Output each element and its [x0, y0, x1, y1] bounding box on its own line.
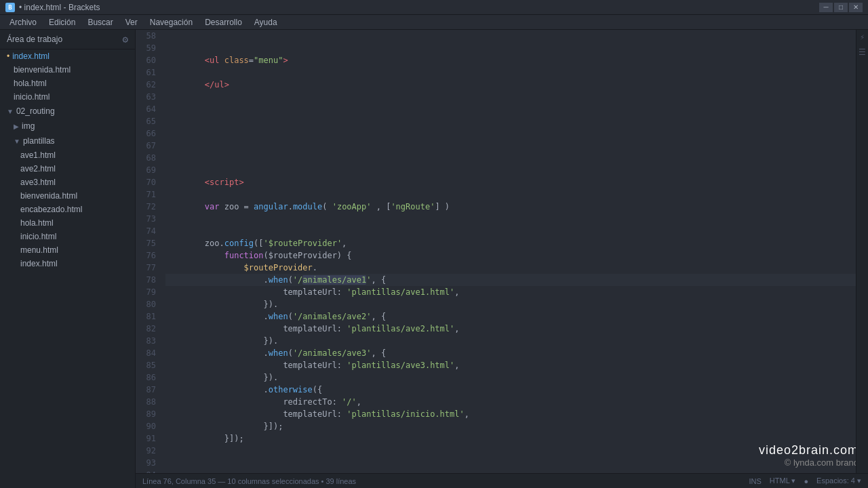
- line-number: 90: [140, 420, 156, 432]
- sub-file-ave1[interactable]: ave1.html: [0, 148, 135, 162]
- line-number: 63: [140, 91, 156, 103]
- line-number: 79: [140, 286, 156, 298]
- code-line: }).: [165, 298, 868, 310]
- app-icon: B: [5, 3, 15, 12]
- live-preview-icon[interactable]: ⚡: [860, 33, 865, 42]
- code-line: }).: [165, 335, 868, 347]
- code-line: [165, 188, 868, 201]
- sub-file-ave2[interactable]: ave2.html: [0, 162, 135, 176]
- line-number: 85: [140, 359, 156, 371]
- line-number: 71: [140, 188, 156, 201]
- sidebar-file-bienvenida[interactable]: bienvenida.html: [0, 63, 135, 77]
- line-number: 93: [140, 457, 156, 469]
- editor-panel: 5859606162636465666768697071727374757677…: [136, 30, 868, 488]
- menu-item-ver[interactable]: Ver: [120, 16, 143, 28]
- extension-icon[interactable]: ☰: [859, 47, 866, 57]
- code-line: .when('/animales/ave2', {: [165, 310, 868, 323]
- status-right: INSHTML ▾●Espacios: 4 ▾: [749, 476, 861, 485]
- code-line: .otherwise({: [165, 384, 868, 396]
- code-line: }).: [165, 371, 868, 384]
- menu-bar: ArchivoEdiciónBuscarVerNavegaciónDesarro…: [0, 15, 868, 30]
- folder-img[interactable]: ▶ img: [0, 119, 135, 134]
- code-line: templateUrl: 'plantillas/ave3.html',: [165, 359, 868, 371]
- sub-file-menu[interactable]: menu.html: [0, 243, 135, 257]
- code-line: [165, 66, 868, 79]
- folder-label: 02_routing: [16, 106, 55, 116]
- code-line: }]);: [165, 432, 868, 445]
- folder-02-routing[interactable]: ▼ 02_routing: [0, 104, 135, 119]
- folder-plantillas[interactable]: ▼ plantillas: [0, 134, 135, 148]
- sidebar-title: Área de trabajo: [7, 35, 62, 44]
- line-number: 83: [140, 335, 156, 347]
- line-number: 74: [140, 225, 156, 237]
- code-line: function($routeProvider) {: [165, 249, 868, 262]
- status-item[interactable]: Espacios: 4 ▾: [816, 476, 861, 485]
- line-number: 89: [140, 408, 156, 420]
- line-number: 80: [140, 298, 156, 310]
- gear-icon[interactable]: ⚙: [123, 34, 128, 45]
- title-bar: B • index.html - Brackets ─ □ ✕: [0, 0, 868, 15]
- line-number: 82: [140, 323, 156, 335]
- line-number: 62: [140, 79, 156, 91]
- line-number: 69: [140, 164, 156, 176]
- folder-arrow: ▼: [7, 108, 14, 115]
- code-line: templateUrl: 'plantillas/inicio.html',: [165, 408, 868, 420]
- line-number: 68: [140, 152, 156, 164]
- line-number: 64: [140, 103, 156, 115]
- right-icon-panel: ⚡ ☰: [856, 30, 868, 473]
- close-button[interactable]: ✕: [849, 3, 863, 12]
- code-line: [165, 103, 868, 115]
- menu-item-ayuda[interactable]: Ayuda: [249, 16, 283, 28]
- maximize-button[interactable]: □: [834, 3, 848, 12]
- sub-file-index-plantillas[interactable]: index.html: [0, 257, 135, 270]
- code-line: templateUrl: 'plantillas/ave2.html',: [165, 323, 868, 335]
- menu-item-archivo[interactable]: Archivo: [4, 16, 42, 28]
- line-number: 86: [140, 371, 156, 384]
- code-line: var zoo = angular.module( 'zooApp' , ['n…: [165, 201, 868, 213]
- menu-item-edición[interactable]: Edición: [43, 16, 81, 28]
- title-text: • index.html - Brackets: [19, 3, 100, 12]
- code-line: redirectTo: '/',: [165, 396, 868, 408]
- sub-file-inicio[interactable]: inicio.html: [0, 230, 135, 243]
- minimize-button[interactable]: ─: [819, 3, 833, 12]
- sidebar-file-inicio[interactable]: inicio.html: [0, 90, 135, 104]
- code-line: [165, 445, 868, 457]
- menu-item-buscar[interactable]: Buscar: [82, 16, 118, 28]
- menu-item-navegación[interactable]: Navegación: [144, 16, 198, 28]
- sidebar-file-index[interactable]: index.html: [0, 49, 135, 63]
- folder-plantillas-label: plantillas: [23, 136, 55, 146]
- code-line: [165, 213, 868, 225]
- sub-file-encabezado[interactable]: encabezado.html: [0, 203, 135, 216]
- menu-item-desarrollo[interactable]: Desarrollo: [199, 16, 248, 28]
- code-line: [165, 115, 868, 127]
- sub-file-bienvenida[interactable]: bienvenida.html: [0, 189, 135, 203]
- line-number: 87: [140, 384, 156, 396]
- sidebar: Área de trabajo ⚙ index.html bienvenida.…: [0, 30, 136, 488]
- code-line: [165, 457, 868, 469]
- line-number: 58: [140, 30, 156, 42]
- code-editor[interactable]: 5859606162636465666768697071727374757677…: [136, 30, 868, 473]
- line-number: 76: [140, 249, 156, 262]
- code-line: [165, 164, 868, 176]
- window-controls: ─ □ ✕: [819, 3, 863, 12]
- code-line: [165, 91, 868, 103]
- line-number: 59: [140, 42, 156, 54]
- title-bar-left: B • index.html - Brackets: [5, 3, 100, 12]
- line-number: 77: [140, 262, 156, 274]
- sidebar-file-hola[interactable]: hola.html: [0, 77, 135, 90]
- sub-file-ave3[interactable]: ave3.html: [0, 176, 135, 189]
- line-number: 88: [140, 396, 156, 408]
- status-item[interactable]: HTML ▾: [770, 476, 796, 485]
- line-number: 70: [140, 176, 156, 188]
- line-number: 72: [140, 201, 156, 213]
- line-number: 78: [140, 274, 156, 286]
- line-number: 60: [140, 54, 156, 66]
- sub-file-hola[interactable]: hola.html: [0, 216, 135, 230]
- code-content: 5859606162636465666768697071727374757677…: [136, 30, 868, 473]
- code-area[interactable]: <ul class="menu"> </ul> <script> var zoo…: [163, 30, 868, 473]
- status-item[interactable]: INS: [749, 477, 761, 485]
- line-number: 92: [140, 445, 156, 457]
- code-line: $routeProvider.: [165, 262, 868, 274]
- code-line: [165, 225, 868, 237]
- status-item[interactable]: ●: [804, 477, 808, 485]
